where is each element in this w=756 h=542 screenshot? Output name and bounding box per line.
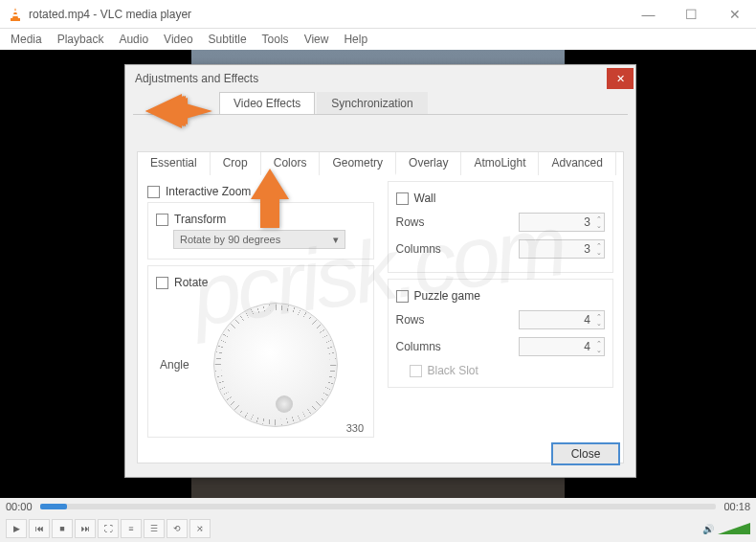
- vlc-cone-icon: [8, 7, 23, 22]
- volume-icon[interactable]: 🔊: [702, 524, 714, 534]
- menubar: Media Playback Audio Video Subtitle Tool…: [0, 29, 756, 50]
- shuffle-button[interactable]: ⤨: [189, 519, 211, 538]
- subtab-overlay[interactable]: Overlay: [396, 152, 461, 175]
- time-current: 00:00: [6, 501, 33, 512]
- subtab-geometry[interactable]: Geometry: [320, 152, 396, 175]
- window-close-button[interactable]: ✕: [713, 0, 756, 29]
- window-titlebar: rotated.mp4 - VLC media player — ☐ ✕: [0, 0, 756, 29]
- seek-track[interactable]: [40, 504, 717, 509]
- svg-rect-2: [13, 14, 18, 16]
- stop-button[interactable]: ■: [52, 519, 73, 538]
- wall-rows-label: Rows: [396, 215, 520, 229]
- wall-columns-label: Columns: [396, 242, 520, 256]
- seek-progress: [40, 504, 67, 509]
- interactive-zoom-checkbox[interactable]: [147, 186, 160, 198]
- tab-video-effects[interactable]: Video Effects: [219, 92, 315, 114]
- puzzle-rows-spinner[interactable]: 4: [519, 310, 605, 329]
- subtab-essential[interactable]: Essential: [138, 152, 211, 175]
- blackslot-label: Black Slot: [428, 364, 478, 377]
- wall-rows-spinner[interactable]: 3: [519, 213, 605, 232]
- subtab-advanced[interactable]: Advanced: [539, 152, 615, 175]
- loop-button[interactable]: ⟲: [167, 519, 188, 538]
- svg-marker-4: [145, 94, 211, 128]
- menu-help[interactable]: Help: [337, 31, 374, 48]
- menu-playback[interactable]: Playback: [51, 31, 111, 48]
- puzzle-checkbox[interactable]: [396, 290, 409, 303]
- playlist-button[interactable]: ☰: [144, 519, 165, 538]
- menu-video[interactable]: Video: [157, 31, 199, 48]
- transform-label: Transform: [174, 213, 226, 226]
- menu-tools[interactable]: Tools: [256, 31, 296, 48]
- close-button[interactable]: Close: [551, 442, 620, 465]
- prev-button[interactable]: ⏮: [29, 519, 50, 538]
- tutorial-arrow-1: [145, 90, 212, 136]
- tab-synchronization[interactable]: Synchronization: [317, 92, 427, 114]
- dialog-close-button[interactable]: ✕: [607, 68, 634, 89]
- volume-slider[interactable]: [718, 523, 750, 534]
- svg-rect-0: [11, 18, 20, 21]
- angle-dial[interactable]: 330: [213, 303, 338, 427]
- next-button[interactable]: ⏭: [75, 519, 96, 538]
- interactive-zoom-label: Interactive Zoom: [166, 185, 251, 198]
- wall-columns-spinner[interactable]: 3: [519, 239, 605, 259]
- menu-audio[interactable]: Audio: [112, 31, 155, 48]
- rotate-checkbox[interactable]: [156, 277, 168, 289]
- puzzle-columns-spinner[interactable]: 4: [519, 337, 605, 356]
- window-minimize-button[interactable]: —: [627, 0, 670, 29]
- puzzle-rows-label: Rows: [396, 313, 520, 327]
- tutorial-arrow-2: [243, 169, 297, 236]
- window-title: rotated.mp4 - VLC media player: [29, 8, 627, 21]
- window-maximize-button[interactable]: ☐: [670, 0, 713, 29]
- transform-checkbox[interactable]: [156, 214, 168, 226]
- svg-rect-1: [13, 11, 17, 12]
- angle-value: 330: [346, 422, 364, 434]
- time-total: 00:18: [723, 501, 750, 512]
- puzzle-label: Puzzle game: [414, 289, 480, 303]
- menu-media[interactable]: Media: [4, 31, 49, 48]
- angle-label: Angle: [160, 358, 204, 372]
- settings-button[interactable]: ≡: [121, 519, 142, 538]
- rotate-label: Rotate: [174, 276, 208, 289]
- player-controls: ▶ ⏮ ■ ⏭ ⛶ ≡ ☰ ⟲ ⤨ 🔊: [0, 515, 756, 542]
- menu-subtitle[interactable]: Subtitle: [202, 31, 254, 48]
- dialog-title: Adjustments and Effects: [135, 72, 607, 85]
- svg-marker-5: [251, 169, 289, 228]
- wall-checkbox[interactable]: [396, 192, 409, 205]
- menu-view[interactable]: View: [298, 31, 336, 48]
- wall-label: Wall: [414, 192, 436, 205]
- chevron-down-icon: ▾: [333, 234, 339, 246]
- fullscreen-button[interactable]: ⛶: [98, 519, 119, 538]
- play-button[interactable]: ▶: [6, 519, 27, 538]
- dial-handle[interactable]: [276, 395, 293, 413]
- blackslot-checkbox[interactable]: [410, 365, 422, 377]
- subtab-atmolight[interactable]: AtmoLight: [461, 152, 539, 175]
- seek-bar: 00:00 00:18: [0, 498, 756, 515]
- puzzle-columns-label: Columns: [396, 340, 520, 353]
